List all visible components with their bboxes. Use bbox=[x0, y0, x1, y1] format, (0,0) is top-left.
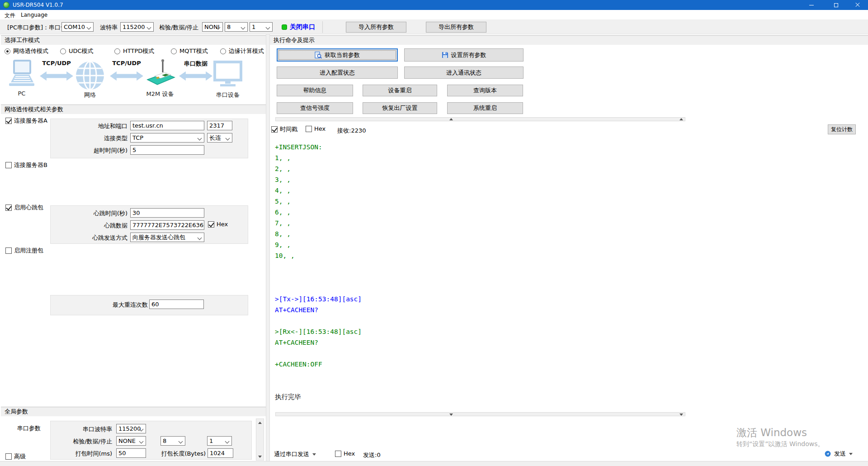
splitter-arrow-icon bbox=[449, 414, 453, 416]
log-line: 10, , bbox=[275, 250, 863, 261]
server-a-checkbox[interactable]: 连接服务器A bbox=[5, 117, 47, 125]
radio-mqtt-mode[interactable]: MQTT模式 bbox=[171, 47, 208, 55]
server-b-checkbox[interactable]: 连接服务器B bbox=[5, 161, 47, 169]
log-line: +CACHEEN:OFF bbox=[275, 359, 863, 370]
conn-type-select[interactable]: TCP bbox=[130, 133, 204, 143]
pc-node-label: PC bbox=[8, 90, 35, 97]
pc-serial-label: [PC串口参数]：串口号 bbox=[7, 24, 66, 32]
radio-dot bbox=[114, 48, 120, 54]
log-line bbox=[275, 315, 863, 326]
server-address-input[interactable]: test.usr.cn bbox=[130, 121, 204, 130]
timeout-input[interactable]: 5 bbox=[130, 145, 204, 155]
log-bottom-splitter[interactable] bbox=[275, 412, 685, 416]
advanced-checkbox[interactable]: 高级 bbox=[5, 452, 26, 461]
factory-reset-button[interactable]: 恢复出厂设置 bbox=[363, 102, 437, 114]
left-panel-scrollbar[interactable] bbox=[256, 418, 264, 461]
conn-type-label: 连接类型 bbox=[54, 134, 127, 143]
send-button[interactable]: 发送 bbox=[825, 450, 853, 458]
hb-hex-checkbox[interactable]: Hex bbox=[208, 221, 228, 228]
log-area[interactable]: +INSERTJSON:1, ,2, ,3, ,4, ,5, ,6, ,7, ,… bbox=[275, 142, 863, 411]
g-parity-select[interactable]: NONE bbox=[116, 436, 146, 446]
heartbeat-checkbox[interactable]: 启用心跳包 bbox=[5, 204, 43, 212]
menu-file[interactable]: 文件 bbox=[3, 11, 17, 20]
checkbox-box bbox=[5, 247, 12, 254]
minimize-button[interactable] bbox=[801, 0, 822, 10]
enter-config-button[interactable]: 进入配置状态 bbox=[277, 67, 398, 79]
log-line: >[Rx<-][16:53:48][asc] bbox=[275, 326, 863, 337]
minimize-icon bbox=[809, 5, 814, 5]
reset-count-button[interactable]: 复位计数 bbox=[828, 124, 856, 134]
maximize-button[interactable] bbox=[826, 0, 846, 10]
timestamp-checkbox[interactable]: 时间戳 bbox=[271, 125, 297, 133]
hb-data-input[interactable]: 7777772E7573722E636E bbox=[130, 220, 204, 230]
network-node-label: 网络 bbox=[75, 91, 105, 99]
get-params-button[interactable]: 获取当前参数 bbox=[277, 48, 398, 62]
checkbox-box bbox=[5, 162, 12, 168]
radio-dot bbox=[220, 48, 226, 54]
scroll-up-icon[interactable] bbox=[256, 419, 264, 426]
register-checkbox[interactable]: 启用注册包 bbox=[5, 247, 43, 255]
log-top-splitter[interactable] bbox=[275, 117, 685, 121]
set-params-button[interactable]: 设置所有参数 bbox=[404, 48, 524, 62]
close-port-button[interactable]: 关闭串口 bbox=[290, 23, 315, 31]
m2m-device-icon bbox=[144, 59, 176, 90]
help-button[interactable]: 帮助信息 bbox=[277, 85, 353, 96]
com-port-select[interactable]: COM10 bbox=[61, 22, 94, 32]
close-icon bbox=[855, 3, 860, 7]
radio-udc-mode[interactable]: UDC模式 bbox=[60, 47, 94, 55]
reconnect-input[interactable]: 60 bbox=[149, 300, 204, 309]
checkbox-label: 高级 bbox=[14, 452, 26, 461]
g-databits-select[interactable]: 8 bbox=[160, 436, 185, 446]
log-hex-checkbox[interactable]: Hex bbox=[306, 125, 326, 132]
checkbox-label: 连接服务器B bbox=[14, 161, 47, 169]
parity-select[interactable]: NONI bbox=[202, 22, 223, 32]
sent-count-label: 发送:0 bbox=[363, 451, 381, 459]
keepalive-select[interactable]: 长连 bbox=[207, 133, 232, 143]
close-button[interactable] bbox=[847, 0, 868, 10]
g-baud-select[interactable]: 115200 bbox=[116, 424, 146, 433]
serial-group-label: 串口参数 bbox=[17, 424, 41, 433]
link3-label: 串口数据 bbox=[179, 60, 212, 68]
scroll-down-icon[interactable] bbox=[256, 453, 264, 460]
packtime-input[interactable]: 50 bbox=[116, 448, 146, 458]
system-restart-button[interactable]: 系统重启 bbox=[447, 102, 523, 114]
recv-count-label: 接收:2230 bbox=[337, 127, 366, 135]
radio-label: 边缘计算模式 bbox=[229, 47, 264, 55]
server-port-input[interactable]: 2317 bbox=[207, 121, 232, 130]
menu-language[interactable]: Language bbox=[19, 11, 49, 19]
splitter-arrow-icon bbox=[449, 118, 453, 120]
packlen-label: 打包长度(Bytes) bbox=[149, 450, 206, 458]
log-line: +INSERTJSON: bbox=[275, 142, 863, 152]
baud-select[interactable]: 115200 bbox=[120, 22, 154, 32]
toolbar-separator bbox=[322, 21, 323, 33]
databits-select[interactable]: 8 bbox=[225, 22, 248, 32]
log-line bbox=[275, 261, 863, 272]
arrow-icon bbox=[39, 71, 74, 83]
maximize-icon bbox=[834, 3, 838, 7]
query-version-button[interactable]: 查询版本 bbox=[447, 85, 523, 96]
stopbits-select[interactable]: 1 bbox=[250, 22, 273, 32]
global-params-header: 全局参数 bbox=[1, 407, 266, 416]
arrow-icon bbox=[109, 71, 144, 83]
send-hex-checkbox[interactable]: Hex bbox=[335, 450, 355, 457]
reconnect-label: 最大重连次数 bbox=[75, 301, 148, 309]
checkbox-label: 连接服务器A bbox=[14, 117, 47, 125]
radio-edge-computing-mode[interactable]: 边缘计算模式 bbox=[220, 47, 264, 55]
packlen-input[interactable]: 1024 bbox=[208, 448, 233, 458]
hb-time-input[interactable]: 30 bbox=[130, 208, 204, 218]
send-via-dropdown[interactable]: 通过串口发送 bbox=[274, 450, 316, 458]
query-signal-button[interactable]: 查信号强度 bbox=[277, 102, 353, 114]
radio-net-transparent-mode[interactable]: 网络透传模式 bbox=[5, 47, 48, 55]
g-stopbits-select[interactable]: 1 bbox=[207, 436, 232, 446]
hb-mode-select[interactable]: 向服务器发送心跳包 bbox=[130, 233, 204, 242]
enter-comm-button[interactable]: 进入通讯状态 bbox=[404, 67, 524, 79]
parity-label: 检验/数据/停止 bbox=[159, 24, 198, 32]
doc-search-icon bbox=[315, 52, 322, 59]
log-line: >[Tx->][16:53:48][asc] bbox=[275, 294, 863, 304]
radio-label: UDC模式 bbox=[69, 47, 94, 55]
device-restart-button[interactable]: 设备重启 bbox=[363, 85, 437, 96]
import-params-button[interactable]: 导入所有参数 bbox=[346, 22, 406, 33]
export-params-button[interactable]: 导出所有参数 bbox=[426, 22, 486, 33]
checkbox-label: 时间戳 bbox=[280, 125, 297, 133]
radio-httpd-mode[interactable]: HTTPD模式 bbox=[114, 47, 154, 55]
